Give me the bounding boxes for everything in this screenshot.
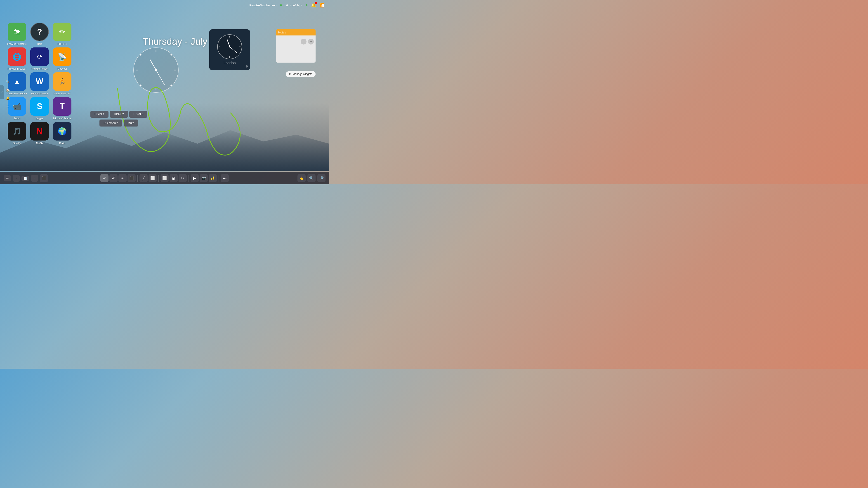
app-prowise-browser[interactable]: 🌐 Prowise Browser [7,47,27,70]
pen-select-button[interactable]: 🖊 [100,174,108,182]
hdmi2-button[interactable]: HDMI 2 [110,111,128,118]
toolbar-right: 👆 🔍 🔎 [298,174,326,182]
sidebar-home[interactable]: 🏠 [5,87,10,93]
app-microsoft-teams[interactable]: T Microsoft Teams [52,97,72,120]
hour-hand [149,59,156,70]
app-earth[interactable]: 🌍 Earth [52,122,72,144]
page-number: 📄 [24,177,27,180]
manage-widgets-button[interactable]: ⊞ Manage widgets [286,71,315,77]
app-icon-help: ? [30,23,49,41]
app-netflix[interactable]: N Netflix [29,122,50,144]
topbar-user: 🖥 xpe8thjm [285,3,302,7]
hdmi-row2: PC module Mute [99,120,138,127]
app-label-skype: Skype [36,117,43,120]
bottom-toolbar: ☰ ‹ 📄 › ⬛ 🖊 🖊 ✒ ⬛ ╱ ⬜ ⬜ 🗑 ✂ ▶ 📷 ✨ ••• 👆 … [0,172,329,184]
notes-body[interactable]: — ✏ [276,35,315,63]
app-label-prowise-appstore: Prowise Appstore [7,42,27,45]
page-indicator: 📄 [22,176,29,181]
app-icon-pronote: ✏ [53,23,71,41]
toolbar-center: 🖊 🖊 ✒ ⬛ ╱ ⬜ ⬜ 🗑 ✂ ▶ 📷 ✨ ••• [100,174,229,182]
toolbar-left: ☰ ‹ 📄 › ⬛ [4,174,48,182]
notes-widget: Notes — ✏ [276,29,315,63]
topbar-profile-name: ProwiseTouchscreen [249,4,276,7]
app-grid: 🛍 Prowise Appstore ? Help ✏ ProNote 🌐 Pr… [7,23,72,144]
app-prowise-reflect[interactable]: ⟳ Prowise Reflect [29,47,50,70]
media-button[interactable]: ▶ [191,174,199,182]
clock-dot [170,85,172,86]
notes-edit-button[interactable]: ✏ [308,39,314,44]
sidebar-left: 🔍 🏠 🔔 ☰ [4,77,11,111]
app-icon-earth: 🌍 [53,122,71,140]
eraser-button[interactable]: ⬛ [127,174,135,182]
app-prowise-appstore[interactable]: 🛍 Prowise Appstore [7,23,27,45]
app-icon-miracast: 📡 [53,47,71,66]
notes-actions: — ✏ [278,39,314,44]
app-label-prowise-browser: Prowise Browser [8,67,26,70]
app-label-help: Help [37,42,42,45]
magic-button[interactable]: ✨ [209,174,217,182]
app-icon-netflix: N [30,122,49,140]
delete-tool-button[interactable]: 🗑 [169,174,178,182]
hdmi3-button[interactable]: HDMI 3 [129,111,147,118]
hdmi-buttons: HDMI 1 HDMI 2 HDMI 3 PC module Mute [90,111,147,127]
pc-module-button[interactable]: PC module [99,120,122,127]
zoom-out-button[interactable]: 🔍 [307,174,315,182]
hdmi1-button[interactable]: HDMI 1 [90,111,108,118]
line-tool-button[interactable]: ╱ [140,174,148,182]
sidebar-bell[interactable]: 🔔 [5,95,10,101]
topbar-dot2 [306,4,307,6]
app-icon-microsoft-teams: T [53,97,71,116]
app-prowise-move[interactable]: 🏃 Prowise MOVE [52,72,72,95]
app-label-pronote: ProNote [58,42,67,45]
app-icon-spotify: 🎵 [8,122,26,140]
shape-tool-button[interactable]: ⬜ [149,174,157,182]
touch-mode-button[interactable]: 👆 [298,174,306,182]
clock-dot [140,54,142,56]
app-icon-microsoft-word: W [30,72,49,91]
trim-tool-button[interactable]: ✂ [179,174,187,182]
london-minute-hand [229,46,238,53]
app-help[interactable]: ? Help [29,23,50,45]
clock-center [155,69,157,71]
select-tool-button[interactable]: ⬜ [160,174,168,182]
desktop-icon: 🖥 [285,3,289,7]
toolbar-separator1 [137,175,138,182]
app-pronote[interactable]: ✏ ProNote [52,23,72,45]
app-microsoft-word[interactable]: W Microsoft Word [29,72,50,95]
clock-widget [133,47,179,93]
wifi-icon: 📶 [320,3,324,8]
more-tools-button[interactable]: ••• [221,174,229,182]
sidebar-search[interactable]: 🔍 [5,79,10,85]
app-label-microsoft-teams: Microsoft Teams [53,117,71,120]
screenshot-button[interactable]: 📷 [199,174,208,182]
app-spotify[interactable]: 🎵 Spotify [7,122,27,144]
app-miracast[interactable]: 📡 Miracast [52,47,72,70]
zoom-in-button[interactable]: 🔎 [317,174,326,182]
notes-delete-button[interactable]: — [301,39,307,44]
next-page-button[interactable]: › [31,175,38,182]
sidebar-toggle[interactable]: ‹ [0,86,4,99]
manage-widgets-icon: ⊞ [289,72,291,76]
app-icon-skype: S [30,97,49,116]
app-icon-prowise-appstore: 🛍 [8,23,26,41]
sidebar-menu[interactable]: ☰ [5,103,10,109]
pen-button[interactable]: 🖊 [110,174,118,182]
london-hour-hand [227,39,230,47]
hamburger-menu-button[interactable]: ☰ [4,175,11,182]
app-skype[interactable]: S Skype [29,97,50,120]
notification-bell[interactable]: 🔔 [311,3,316,8]
hdmi-row1: HDMI 1 HDMI 2 HDMI 3 [90,111,147,118]
prev-page-button[interactable]: ‹ [13,175,20,182]
topbar-profile: ProwiseTouchscreen [249,4,276,7]
app-label-prowise-reflect: Prowise Reflect [31,67,48,70]
notes-header: Notes [276,29,315,35]
topbar-username: xpe8thjm [290,4,302,7]
app-label-spotify: Spotify [13,142,21,144]
clock-dot [140,85,142,86]
mute-button[interactable]: Mute [124,120,138,127]
app-icon-prowise-browser: 🌐 [8,47,26,66]
clock-face [133,47,179,93]
london-settings-icon[interactable]: ⚙ [245,65,248,68]
ink-pen-button[interactable]: ✒ [119,174,127,182]
layers-button[interactable]: ⬛ [40,174,48,182]
